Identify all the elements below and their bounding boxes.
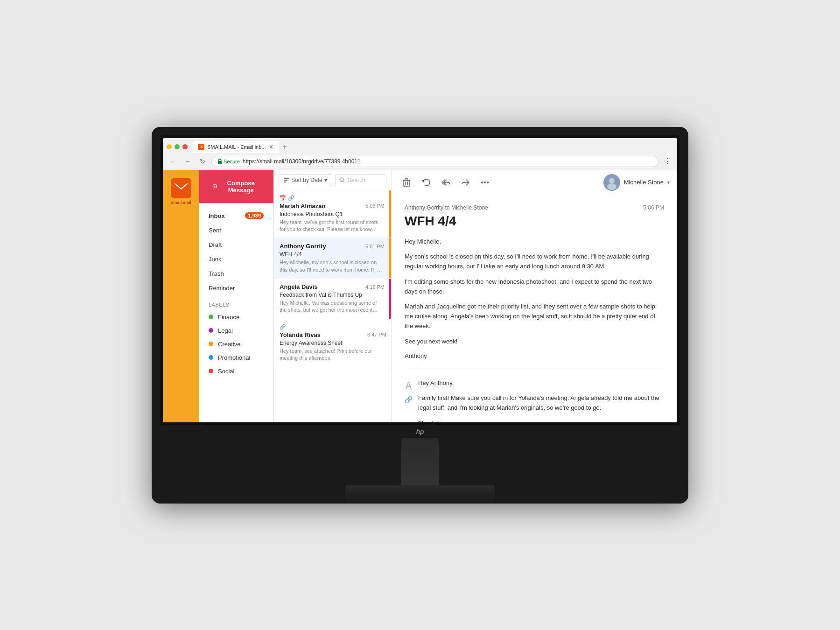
content-toolbar: Michelle Stone ▾: [392, 170, 677, 195]
email-sender-1: Mariah Almazan: [280, 203, 326, 210]
sidebar-item-inbox[interactable]: Inbox 1,939: [199, 209, 273, 223]
forward-button[interactable]: →: [182, 155, 194, 168]
trash-label: Trash: [209, 270, 224, 277]
refresh-button[interactable]: ↻: [196, 155, 209, 168]
delete-button[interactable]: [399, 175, 414, 190]
email-item-4[interactable]: 🔗 Yolanda Rivas 3:47 PM Energy Awareness…: [274, 319, 391, 367]
email-time-1: 5:06 PM: [365, 203, 385, 209]
calendar-icon: 📅: [280, 195, 286, 201]
window-controls: [167, 144, 188, 149]
minimize-button[interactable]: [167, 144, 172, 149]
email-item-2[interactable]: Anthony Gorrity 5:01 PM WFH 4/4 Hey Mich…: [274, 238, 391, 279]
email-preview-3: Hey Michelle, Val was questioning some o…: [280, 300, 385, 314]
browser-titlebar: ✉ SMAIL.MAIL - Email inb... ✕ +: [163, 138, 677, 153]
email-sender-2: Anthony Gorrity: [280, 243, 326, 250]
svg-point-17: [487, 182, 489, 183]
compose-button[interactable]: Compose Message: [205, 175, 268, 198]
svg-rect-5: [284, 178, 289, 179]
email-icons-row-4: 🔗: [280, 324, 386, 330]
reply-all-button[interactable]: [438, 175, 453, 190]
thread-from: Anthony Gorrity to Michelle Stone: [405, 204, 488, 211]
reply-attachment-icon: 🔗: [405, 396, 413, 403]
email-time-4: 3:47 PM: [367, 332, 386, 337]
svg-point-8: [340, 178, 343, 182]
label-promotional[interactable]: Promotional: [199, 351, 273, 364]
svg-rect-10: [403, 180, 410, 186]
email-sender-4: Yolanda Rivas: [280, 331, 321, 338]
attachment-icon: 🔗: [288, 195, 294, 201]
svg-line-9: [343, 181, 344, 182]
email-body: Anthony Gorrity to Michelle Stone 5:06 P…: [392, 195, 677, 422]
undo-button[interactable]: [419, 175, 434, 190]
svg-point-19: [609, 178, 615, 183]
email-thread-title: WFH 4/4: [405, 214, 664, 229]
label-creative[interactable]: Creative: [199, 337, 273, 351]
priority-bar-2: [389, 238, 391, 278]
priority-bar-3: [389, 279, 391, 319]
sort-button[interactable]: Sort by Date ▾: [279, 174, 332, 186]
email-header-2: Anthony Gorrity 5:01 PM: [280, 243, 385, 250]
social-label: Social: [218, 368, 234, 375]
logo-brand: smail.mail: [171, 200, 191, 205]
browser-chrome: ✉ SMAIL.MAIL - Email inb... ✕ + ← → ↻ Se…: [163, 138, 677, 170]
body-p0: Hey Michelle,: [405, 237, 664, 247]
email-list-toolbar: Sort by Date ▾ Search: [274, 170, 391, 190]
address-bar[interactable]: Secure https://smail.mail/10300/nrgdrive…: [211, 156, 658, 167]
priority-bar-1: [389, 190, 391, 238]
browser-tab[interactable]: ✉ SMAIL.MAIL - Email inb... ✕: [192, 141, 279, 153]
email-app: smail.mail Compose Message: [163, 170, 677, 422]
user-menu[interactable]: Michelle Stone ▾: [603, 174, 670, 191]
search-bar[interactable]: Search: [335, 174, 386, 186]
email-item-3[interactable]: Angela Davis 4:12 PM Feedback from Val i…: [274, 279, 391, 319]
sidebar-item-draft[interactable]: Draft: [199, 238, 273, 252]
reply-thread: A 🔗 Hey Anthony, Family first! Make sure…: [405, 378, 664, 422]
monitor: ✉ SMAIL.MAIL - Email inb... ✕ + ← → ↻ Se…: [152, 127, 688, 504]
close-button[interactable]: [182, 144, 188, 149]
email-subject-1: Indonesia Photoshoot Q1: [280, 211, 385, 217]
email-item-1[interactable]: 📅 🔗 Mariah Almazan 5:06 PM Indonesia Pho…: [274, 190, 391, 238]
reply-p1: Family first! Make sure you call in for …: [418, 393, 664, 413]
browser-toolbar: ← → ↻ Secure https://smail.mail/10300/nr…: [163, 153, 677, 170]
screen: ✉ SMAIL.MAIL - Email inb... ✕ + ← → ↻ Se…: [163, 138, 677, 422]
forward-button[interactable]: [458, 175, 473, 190]
attachment-icon-4: 🔗: [280, 324, 286, 330]
back-button[interactable]: ←: [167, 155, 179, 168]
creative-dot: [209, 342, 213, 346]
email-header-1: Mariah Almazan 5:06 PM: [280, 203, 385, 210]
new-tab-button[interactable]: +: [279, 141, 291, 153]
sort-chevron-icon: ▾: [324, 177, 327, 183]
legal-dot: [209, 328, 213, 333]
svg-point-15: [481, 182, 483, 183]
sidebar-nav: Inbox 1,939 Sent Draft Junk: [199, 203, 273, 422]
label-social[interactable]: Social: [199, 364, 273, 378]
finance-dot: [209, 315, 213, 319]
email-header-4: Yolanda Rivas 3:47 PM: [280, 331, 386, 338]
sidebar-item-reminder[interactable]: Reminder: [199, 281, 273, 295]
body-p2: I'm editing some shots for the new Indon…: [405, 277, 664, 297]
sidebar-item-sent[interactable]: Sent: [199, 223, 273, 238]
email-time-3: 4:12 PM: [365, 284, 385, 290]
label-finance[interactable]: Finance: [199, 310, 273, 324]
reply-p0: Hey Anthony,: [418, 378, 664, 388]
monitor-stand: [160, 438, 680, 504]
secure-text: Secure: [224, 159, 240, 164]
sidebar-item-trash[interactable]: Trash: [199, 266, 273, 281]
sidebar-item-junk[interactable]: Junk: [199, 252, 273, 266]
maximize-button[interactable]: [175, 144, 180, 149]
more-options-button[interactable]: [477, 175, 492, 190]
sent-label: Sent: [209, 227, 221, 234]
email-subject-2: WFH 4/4: [280, 251, 385, 258]
email-list: 📅 🔗 Mariah Almazan 5:06 PM Indonesia Pho…: [274, 190, 391, 422]
label-legal[interactable]: Legal: [199, 324, 273, 337]
svg-rect-12: [405, 179, 408, 180]
email-subject-4: Energy Awareness Sheet: [280, 340, 386, 346]
email-preview-1: Hey team, we've got the first round of s…: [280, 219, 385, 233]
labels-section-heading: Labels: [199, 295, 273, 310]
stand-neck: [401, 438, 439, 485]
promotional-dot: [209, 355, 213, 360]
browser-menu-button[interactable]: ⋮: [661, 155, 673, 168]
body-p4: See you next week!: [405, 337, 664, 347]
thread-meta: Anthony Gorrity to Michelle Stone 5:06 P…: [405, 204, 664, 211]
svg-rect-6: [284, 180, 287, 181]
tab-close-icon[interactable]: ✕: [269, 144, 273, 150]
